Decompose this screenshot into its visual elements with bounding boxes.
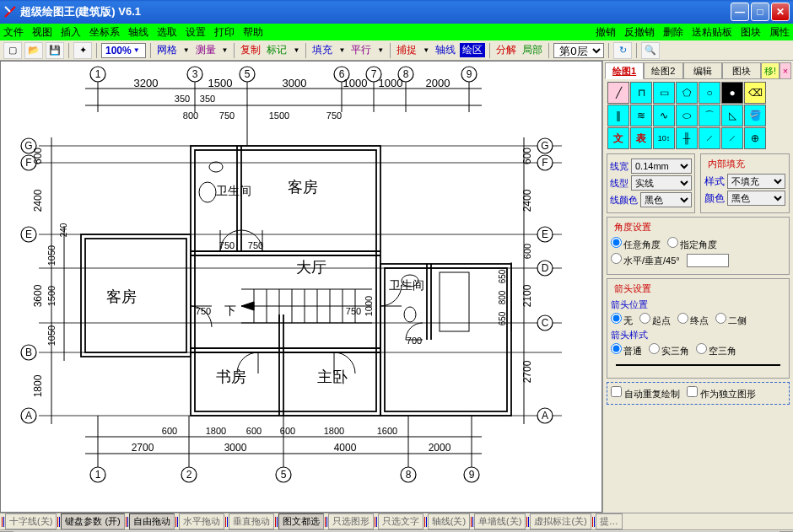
tool-compass[interactable]: ⊕ xyxy=(744,127,766,149)
new-button[interactable]: ▢ xyxy=(3,42,22,59)
radio-angle-fixed[interactable]: 指定角度 xyxy=(667,237,717,251)
tool-dashline[interactable]: ⟋ xyxy=(699,127,720,149)
menu-delete[interactable]: 删除 xyxy=(663,25,683,40)
maximize-button[interactable]: □ xyxy=(751,3,769,21)
tool-parallel-lines[interactable]: ‖ xyxy=(607,105,629,126)
tool-rect[interactable]: ▭ xyxy=(653,82,675,104)
close-button[interactable]: ✕ xyxy=(771,3,790,21)
refresh-button[interactable]: ↻ xyxy=(613,42,632,59)
menu-settings[interactable]: 设置 xyxy=(186,25,206,40)
drawing-canvas[interactable]: 客房 客房 卫生间 卫生间 大厅 书房 主卧 下 13 56 78 9 xyxy=(0,61,602,513)
menu-clipboard[interactable]: 送粘贴板 xyxy=(692,25,732,40)
menu-insert[interactable]: 插入 xyxy=(61,25,81,40)
status-crosshair[interactable]: 十字线(关) xyxy=(5,513,57,529)
tool-local[interactable]: 局部 xyxy=(521,43,544,57)
menu-view[interactable]: 视图 xyxy=(32,25,52,40)
tool-ellipse[interactable]: ⬭ xyxy=(676,105,698,126)
tool-arc[interactable]: ⌒ xyxy=(699,105,720,126)
tool-eraser[interactable]: ⌫ xyxy=(744,82,766,104)
status-wall[interactable]: 单墙线(关) xyxy=(474,513,526,529)
tool-snap[interactable]: 捕捉 xyxy=(395,43,418,57)
tool-wave[interactable]: ≋ xyxy=(630,105,652,126)
svg-text:750: 750 xyxy=(219,110,235,121)
status-selectall[interactable]: 图文都选 xyxy=(278,513,324,529)
tool-circle[interactable]: ○ xyxy=(699,82,720,104)
tab-close[interactable]: × xyxy=(780,62,791,79)
status-selecttxt[interactable]: 只选文字 xyxy=(378,513,423,529)
tool-centerline[interactable]: ⟋ xyxy=(721,127,743,149)
tool-measure[interactable]: 测量 xyxy=(194,43,218,57)
tool-dot[interactable]: ● xyxy=(721,82,743,104)
preview-button[interactable]: 🔍 xyxy=(641,42,660,59)
svg-text:B: B xyxy=(25,347,32,358)
tool-fill-bucket[interactable]: 🪣 xyxy=(744,105,766,126)
tab-block[interactable]: 图块 xyxy=(722,62,761,79)
status-freedrag[interactable]: 自由拖动 xyxy=(129,513,175,529)
save-button[interactable]: 💾 xyxy=(46,42,64,59)
svg-text:3600: 3600 xyxy=(32,284,44,307)
status-keyboard[interactable]: 键盘参数 (开) xyxy=(61,513,124,529)
check-independent[interactable]: 作为独立图形 xyxy=(687,386,756,400)
angle-input[interactable] xyxy=(687,254,729,267)
status-virtualdim[interactable]: 虚拟标注(关) xyxy=(530,513,591,529)
tool-sine[interactable]: ∿ xyxy=(653,105,675,126)
radio-arrow-none[interactable]: 无 xyxy=(611,313,633,327)
menu-select[interactable]: 选取 xyxy=(157,25,177,40)
check-auto-repeat[interactable]: 自动重复绘制 xyxy=(611,386,680,400)
tool-dimension[interactable]: 10↕ xyxy=(653,127,675,149)
minimize-button[interactable]: — xyxy=(731,3,749,21)
status-more[interactable]: 提… xyxy=(596,513,623,529)
tool-explode[interactable]: 分解 xyxy=(494,43,518,57)
radio-arrow-start[interactable]: 起点 xyxy=(639,313,671,327)
tool-text[interactable]: 文 xyxy=(607,127,629,149)
menu-help[interactable]: 帮助 xyxy=(243,25,263,40)
menu-print[interactable]: 打印 xyxy=(214,25,235,40)
tool-polyline[interactable]: ⊓ xyxy=(630,82,652,104)
tool-table[interactable]: 表 xyxy=(630,127,652,149)
tool-grid[interactable]: 网格 xyxy=(155,43,179,57)
tool-break[interactable]: ╫ xyxy=(676,127,698,149)
menu-block[interactable]: 图块 xyxy=(741,25,761,40)
tool-sector[interactable]: ◺ xyxy=(721,105,743,126)
status-vdrag[interactable]: 垂直拖动 xyxy=(229,513,274,529)
tool-axis[interactable]: 轴线 xyxy=(434,43,457,57)
tab-draw1[interactable]: 绘图1 xyxy=(605,62,644,79)
status-hdrag[interactable]: 水平拖动 xyxy=(179,513,224,529)
tool-fill[interactable]: 填充 xyxy=(310,43,334,57)
open-button[interactable]: 📂 xyxy=(24,42,43,59)
layer-select[interactable]: 第0层 xyxy=(553,43,604,58)
menu-coords[interactable]: 坐标系 xyxy=(89,25,120,40)
palette-button[interactable]: ✦ xyxy=(73,42,92,59)
zoom-combo[interactable]: 100%▼ xyxy=(101,43,146,58)
tool-line[interactable]: ╱ xyxy=(607,82,629,104)
fill-style-select[interactable]: 不填充 xyxy=(727,174,786,189)
radio-arrowstyle-solid[interactable]: 实三角 xyxy=(649,343,689,357)
radio-arrowstyle-normal[interactable]: 普通 xyxy=(611,343,642,357)
radio-arrow-end[interactable]: 终点 xyxy=(677,313,709,327)
svg-rect-46 xyxy=(440,272,469,331)
line-type-select[interactable]: 实线 xyxy=(631,175,692,191)
fill-color-select[interactable]: 黑色 xyxy=(727,191,786,206)
status-axis[interactable]: 轴线(关) xyxy=(428,513,470,529)
tab-move[interactable]: 移! xyxy=(761,62,780,79)
radio-angle-free[interactable]: 任意角度 xyxy=(611,237,661,251)
menu-undo[interactable]: 撤销 xyxy=(596,25,616,40)
menu-axes[interactable]: 轴线 xyxy=(128,25,148,40)
menu-file[interactable]: 文件 xyxy=(3,25,24,40)
status-selectgfx[interactable]: 只选图形 xyxy=(328,513,374,529)
line-width-select[interactable]: 0.14mm xyxy=(631,159,692,174)
tool-parallel[interactable]: 平行 xyxy=(349,43,373,57)
tab-draw2[interactable]: 绘图2 xyxy=(644,62,682,79)
tool-mark[interactable]: 标记 xyxy=(265,43,289,57)
tool-polygon[interactable]: ⬠ xyxy=(676,82,698,104)
tab-edit[interactable]: 编辑 xyxy=(683,62,722,79)
tool-drawarea[interactable]: 绘区 xyxy=(460,43,485,57)
line-color-select[interactable]: 黑色 xyxy=(640,192,692,207)
svg-text:350: 350 xyxy=(200,94,215,104)
radio-arrowstyle-hollow[interactable]: 空三角 xyxy=(696,343,736,357)
menu-redo[interactable]: 反撤销 xyxy=(624,25,655,40)
radio-arrow-both[interactable]: 二侧 xyxy=(715,313,747,327)
radio-angle-hv[interactable]: 水平/垂直/45° xyxy=(611,253,680,267)
tool-copy[interactable]: 复制 xyxy=(239,43,262,57)
menu-properties[interactable]: 属性 xyxy=(769,25,790,40)
